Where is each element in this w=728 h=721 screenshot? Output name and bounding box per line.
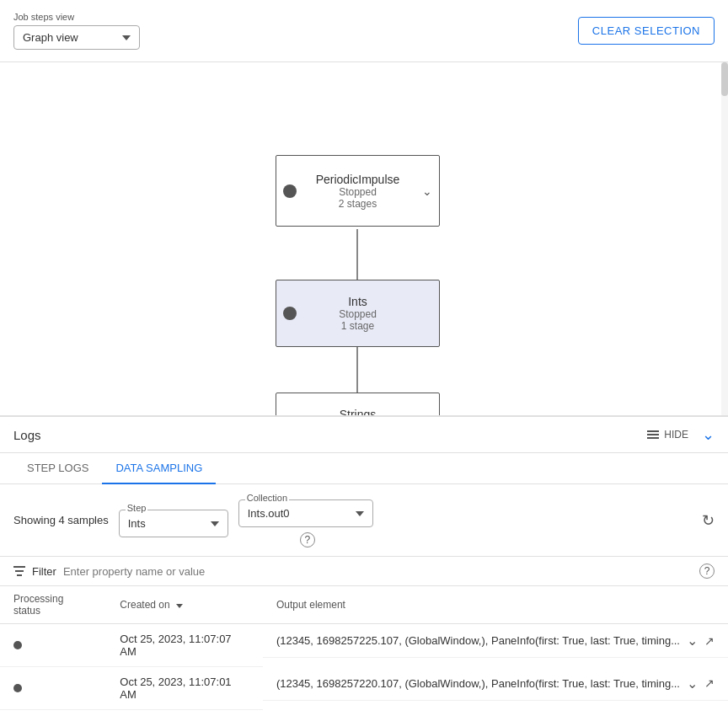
tab-step-logs[interactable]: STEP LOGS (13, 453, 102, 484)
collection-label: Collection (245, 493, 289, 503)
filter-help-icon[interactable]: ? (699, 563, 715, 579)
cell-created-on-0: Oct 25, 2023, 11:07:07 AM (106, 624, 263, 667)
job-steps-view-group: Job steps view Graph view (13, 12, 140, 50)
step-chevron-icon (211, 521, 219, 526)
chevron-icon-periodicimpulse: ⌄ (422, 184, 432, 198)
row-external-icon-1[interactable]: ↗ (704, 676, 715, 690)
row-expand-icon-1[interactable]: ⌄ (687, 676, 698, 692)
node-status-ints: Stopped (339, 308, 377, 320)
output-text-0: (12345, 1698257225.107, (GlobalWindow,),… (276, 634, 680, 647)
table-header-row: Processing status Created on Output elem… (0, 586, 728, 624)
graph-area: PeriodicImpulse Stopped 2 stages ⌄ Ints … (0, 62, 728, 416)
cell-output-1: (12345, 1698257220.107, (GlobalWindow,),… (263, 667, 728, 701)
row-actions-1: ⌄ ↗ (687, 676, 715, 692)
graph-scrollbar[interactable] (721, 62, 728, 416)
hide-button[interactable]: HIDE (647, 429, 688, 441)
row-external-icon-0[interactable]: ↗ (704, 634, 715, 648)
col-created-on[interactable]: Created on (106, 586, 263, 624)
filter-input[interactable] (63, 565, 693, 578)
graph-view-value: Graph view (23, 31, 78, 44)
node-title-strings: Strings (340, 408, 377, 416)
node-strings[interactable]: Strings Stopped 1 stage (276, 393, 440, 416)
expand-icon[interactable]: ⌄ (702, 425, 715, 444)
controls-bar: Showing 4 samples Step Ints Collection I… (0, 484, 728, 557)
table-row: Oct 25, 2023, 11:07:01 AM (12345, 169825… (0, 667, 728, 710)
sort-icon-created-on (176, 604, 183, 608)
cell-output-2: (12345, 1698257215.107, (GlobalWindow,),… (263, 710, 728, 722)
table-body: Oct 25, 2023, 11:07:07 AM (12345, 169825… (0, 624, 728, 722)
node-dot-periodicimpulse (283, 184, 297, 198)
node-stages-ints: 1 stage (341, 320, 374, 332)
cell-status-2 (0, 710, 106, 722)
scrollbar-thumb (721, 62, 728, 96)
node-stages-periodicimpulse: 2 stages (339, 198, 377, 210)
status-dot-1 (13, 684, 22, 692)
toolbar: Job steps view Graph view CLEAR SELECTIO… (0, 0, 728, 62)
col-output-element: Output element (263, 586, 728, 624)
graph-view-dropdown[interactable]: Graph view (13, 25, 140, 50)
node-inner-strings: Strings Stopped 1 stage (276, 401, 439, 416)
collection-value: Ints.out0 (248, 507, 290, 520)
node-inner-ints: Ints Stopped 1 stage (276, 288, 439, 339)
step-field-group: Step Ints (119, 510, 228, 537)
node-dot-ints (283, 307, 297, 320)
showing-samples: Showing 4 samples (13, 514, 109, 526)
cell-status-1 (0, 667, 106, 710)
status-dot-0 (13, 641, 22, 649)
hide-icon (647, 430, 659, 439)
row-actions-2: ⌄ ↗ (687, 718, 715, 722)
table-row: Oct 25, 2023, 11:06:56 AM (12345, 169825… (0, 710, 728, 722)
filter-bar: Filter ? (0, 557, 728, 586)
job-steps-label: Job steps view (13, 12, 140, 22)
cell-output-0: (12345, 1698257225.107, (GlobalWindow,),… (263, 624, 728, 658)
cell-status-0 (0, 624, 106, 667)
table-row: Oct 25, 2023, 11:07:07 AM (12345, 169825… (0, 624, 728, 667)
step-dropdown[interactable]: Ints (119, 510, 228, 537)
tabs-bar: STEP LOGS DATA SAMPLING (0, 453, 728, 484)
hide-label: HIDE (664, 429, 688, 441)
row-expand-icon-0[interactable]: ⌄ (687, 633, 698, 649)
step-label: Step (126, 503, 148, 513)
output-text-1: (12345, 1698257220.107, (GlobalWindow,),… (276, 677, 680, 690)
node-ints[interactable]: Ints Stopped 1 stage (276, 280, 440, 347)
chevron-down-icon (122, 35, 131, 40)
row-expand-icon-2[interactable]: ⌄ (687, 718, 698, 722)
row-actions-0: ⌄ ↗ (687, 633, 715, 649)
graph-connectors (0, 62, 728, 415)
node-title-periodicimpulse: PeriodicImpulse (316, 173, 400, 186)
node-inner-periodicimpulse: PeriodicImpulse Stopped 2 stages (276, 166, 439, 216)
collection-field-group: Collection Ints.out0 ? (238, 499, 373, 547)
node-title-ints: Ints (348, 295, 367, 308)
collection-chevron-icon (356, 511, 364, 516)
logs-title: Logs (13, 428, 41, 442)
collection-help-icon[interactable]: ? (300, 532, 315, 547)
logs-header: Logs HIDE ⌄ (0, 417, 728, 453)
logs-section: Logs HIDE ⌄ STEP LOGS DATA SAMPLING Show… (0, 416, 728, 721)
clear-selection-button[interactable]: CLEAR SELECTION (578, 17, 715, 45)
step-value: Ints (128, 517, 146, 530)
col-processing-status: Processing status (0, 586, 106, 624)
refresh-icon[interactable]: ↻ (702, 511, 715, 530)
node-status-periodicimpulse: Stopped (339, 186, 377, 198)
collection-dropdown[interactable]: Ints.out0 (238, 499, 373, 527)
filter-icon (13, 566, 25, 576)
cell-created-on-2: Oct 25, 2023, 11:06:56 AM (106, 710, 263, 722)
tab-data-sampling[interactable]: DATA SAMPLING (102, 453, 216, 484)
cell-created-on-1: Oct 25, 2023, 11:07:01 AM (106, 667, 263, 710)
node-periodicimpulse[interactable]: PeriodicImpulse Stopped 2 stages ⌄ (276, 155, 440, 227)
data-table: Processing status Created on Output elem… (0, 586, 728, 721)
filter-label: Filter (32, 565, 56, 578)
